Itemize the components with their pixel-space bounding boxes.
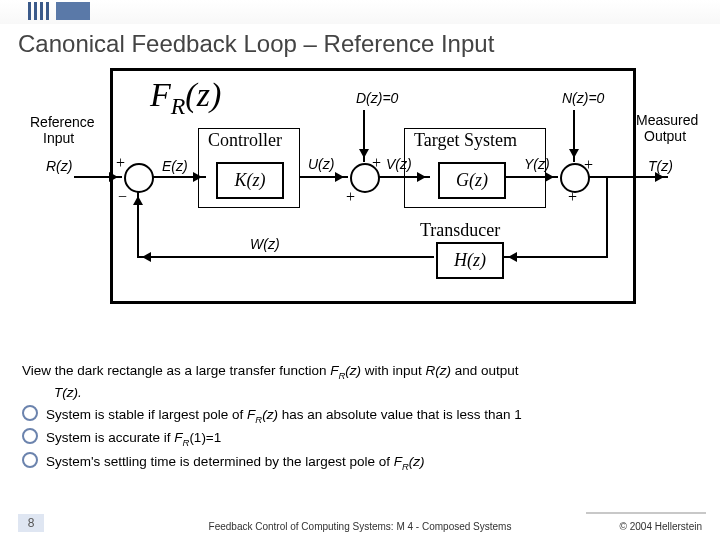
block-G: G(z) xyxy=(438,162,506,199)
block-diagram: Reference Input R(z) Measured Output T(z… xyxy=(40,68,680,348)
note-line1: View the dark rectangle as a large trans… xyxy=(22,362,698,382)
arrow-T-out xyxy=(588,176,668,178)
sig-N: N(z)=0 xyxy=(562,90,604,106)
target-title: Target System xyxy=(414,130,517,151)
G-label: G(z) xyxy=(440,164,504,197)
meas-out-1: Measured xyxy=(636,112,698,128)
sig-W: W(z) xyxy=(250,236,280,252)
controller-title: Controller xyxy=(208,130,282,151)
fb-to-H xyxy=(504,256,608,258)
ref-input-label-2: Input xyxy=(43,130,74,146)
arrow-Y xyxy=(506,176,558,178)
sign-s3-p1: + xyxy=(584,156,593,174)
n1b: with input xyxy=(361,363,426,378)
b3a: System's settling time is determined by … xyxy=(46,454,394,469)
slide-footer: 8 Feedback Control of Computing Systems:… xyxy=(0,512,720,534)
b1a: System is stable if largest pole of xyxy=(46,407,247,422)
bullet-icon xyxy=(22,405,38,421)
b1b: has an absolute value that is less than … xyxy=(278,407,522,422)
H-label: H(z) xyxy=(438,244,502,277)
b2b: (1)=1 xyxy=(189,430,221,445)
arrow-U xyxy=(300,176,348,178)
fb-up xyxy=(137,192,139,258)
page-title: Canonical Feedback Loop – Reference Inpu… xyxy=(0,24,720,60)
fb-from-H xyxy=(138,256,434,258)
notes: View the dark rectangle as a large trans… xyxy=(0,362,720,473)
arrow-D-down xyxy=(363,110,365,162)
bullet-icon xyxy=(22,428,38,444)
sig-Y: Y(z) xyxy=(524,156,550,172)
fr-arg: (z) xyxy=(185,76,221,113)
bullet-icon xyxy=(22,452,38,468)
block-H: H(z) xyxy=(436,242,504,279)
sig-R: R(z) xyxy=(46,158,72,174)
meas-out-2: Output xyxy=(644,128,686,144)
sign-s3-p2: + xyxy=(568,188,577,206)
K-label: K(z) xyxy=(218,164,282,197)
n1c: and output xyxy=(451,363,519,378)
b2a: System is accurate if xyxy=(46,430,174,445)
sig-U: U(z) xyxy=(308,156,334,172)
fr-R: R xyxy=(171,93,186,119)
ref-input-label-1: Reference xyxy=(30,114,95,130)
bullet-1: System is stable if largest pole of FR(z… xyxy=(22,405,698,426)
sign-s1-minus: − xyxy=(118,188,127,206)
summer-error xyxy=(124,163,154,193)
fr-label: FR(z) xyxy=(150,76,221,120)
footer-copyright: © 2004 Hellerstein xyxy=(620,521,702,532)
sig-E: E(z) xyxy=(162,158,188,174)
sign-s1-plus: + xyxy=(116,154,125,172)
footer-center: Feedback Control of Computing Systems: M… xyxy=(0,521,720,532)
sig-D: D(z)=0 xyxy=(356,90,398,106)
note-line2: T(z). xyxy=(22,384,698,402)
arrow-N-down xyxy=(573,110,575,162)
n1a: View the dark rectangle as a large trans… xyxy=(22,363,330,378)
sign-s2-p1: + xyxy=(372,154,381,172)
window-top-accent xyxy=(0,0,720,24)
sign-s2-p2: + xyxy=(346,188,355,206)
transducer-title: Transducer xyxy=(420,220,500,241)
bullet-2: System is accurate if FR(1)=1 xyxy=(22,428,698,449)
block-K: K(z) xyxy=(216,162,284,199)
footer-rule xyxy=(586,512,706,514)
arrow-R-in xyxy=(74,176,122,178)
n2: T(z). xyxy=(54,385,82,400)
fb-down xyxy=(606,178,608,258)
bullet-3: System's settling time is determined by … xyxy=(22,452,698,473)
fr-F: F xyxy=(150,76,171,113)
